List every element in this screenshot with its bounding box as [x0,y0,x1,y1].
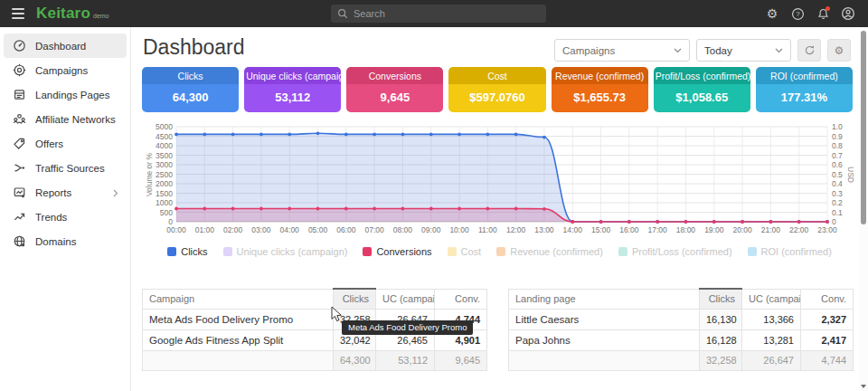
svg-text:19:00: 19:00 [704,225,724,234]
svg-text:11:00: 11:00 [478,225,497,234]
legend-label: Revenue (confirmed) [510,246,603,257]
legend-label: ROI (confirmed) [761,246,832,257]
legend-item-revenue-confirmed-[interactable]: Revenue (confirmed) [496,246,603,257]
stat-card-label: Profit/Loss (confirmed) [654,67,750,84]
svg-text:05:00: 05:00 [308,225,328,234]
svg-text:0.5: 0.5 [832,170,843,179]
dashboard-settings-button[interactable]: ⚙ [827,39,851,62]
date-range-select[interactable]: Today [696,39,791,62]
svg-text:USD: USD [846,167,855,183]
svg-text:22:00: 22:00 [789,225,809,234]
svg-text:3500: 3500 [156,151,173,160]
table-row[interactable]: Little Caesars16,13013,3662,327 [509,309,854,329]
svg-text:18:00: 18:00 [676,225,696,234]
legend-swatch [618,247,627,256]
row-name[interactable]: Google Ads Fitness App Split [143,329,334,350]
notifications-bell-icon[interactable] [816,6,830,21]
legend-item-conversions[interactable]: Conversions [363,246,431,257]
sidebar-item-label: Domains [35,236,76,247]
table-row[interactable]: Papa Johns16,12813,2812,417 [509,329,854,350]
chart-canvas: 00:0001:0002:0003:0004:0005:0006:0007:00… [142,120,857,240]
stat-card-label: ROI (confirmed) [756,67,853,84]
table-title-column-header[interactable]: Landing page [509,289,700,309]
legend-swatch [748,247,757,256]
stat-card-value: 177.31% [756,84,853,112]
svg-text:16:00: 16:00 [619,225,639,234]
row-value: 2,327 [801,309,854,329]
row-tooltip: Meta Ads Food Delivery Promo [342,320,473,335]
column-header-conv-[interactable]: Conv. [435,289,487,309]
refresh-button[interactable] [797,39,821,62]
column-header-clicks[interactable]: Clicks [700,289,742,309]
row-value: 13,366 [742,309,801,329]
stat-card-unique-clicks-campaign-: Unique clicks (campaign)53,112 [244,67,341,112]
column-header-conv-[interactable]: Conv. [801,289,854,309]
global-search[interactable] [331,5,546,23]
sidebar-item-domains[interactable]: Domains [4,229,127,253]
stat-card-conversions: Conversions9,645 [346,67,443,112]
stat-card-revenue-confirmed-: Revenue (confirmed)$1,655.73 [552,67,648,112]
page-scrollbar[interactable] [859,27,868,391]
svg-text:2000: 2000 [156,179,173,188]
search-input[interactable] [354,8,525,19]
sidebar-item-trends[interactable]: Trends [4,205,127,229]
user-avatar-icon[interactable] [841,6,855,21]
svg-text:500: 500 [160,208,173,217]
scrollbar-down-arrow[interactable] [861,385,866,388]
legend-item-clicks[interactable]: Clicks [167,246,207,257]
legend-item-cost[interactable]: Cost [448,246,482,257]
sidebar-item-label: Dashboard [35,41,86,52]
legend-item-profit-loss-confirmed-[interactable]: Profit/Loss (confirmed) [618,246,732,257]
row-name[interactable]: Little Caesars [509,309,700,329]
svg-text:0.8: 0.8 [832,141,843,150]
svg-text:2500: 2500 [156,170,173,179]
svg-text:21:00: 21:00 [761,225,781,234]
sidebar-item-affiliate-networks[interactable]: Affiliate Networks [4,107,127,131]
help-icon[interactable]: ? [790,6,805,21]
affiliate-icon [12,112,26,127]
row-name[interactable]: Meta Ads Food Delivery Promo [143,309,334,329]
svg-text:17:00: 17:00 [648,225,668,234]
svg-text:4000: 4000 [156,141,173,150]
stat-card-label: Conversions [346,67,443,84]
sidebar-item-label: Reports [35,187,71,198]
sidebar-item-dashboard[interactable]: Dashboard [4,33,127,58]
campaigns-filter-select[interactable]: Campaigns [554,39,690,62]
stat-card-label: Unique clicks (campaign) [244,67,341,84]
svg-text:0.7: 0.7 [832,151,843,160]
totals-value: 64,300 [334,350,376,370]
campaigns-icon [12,63,26,78]
sidebar: DashboardCampaignsLandings PagesAffiliat… [0,27,131,391]
svg-text:?: ? [796,10,800,18]
totals-value: 53,112 [376,350,435,370]
row-value: 16,128 [700,329,742,350]
svg-text:0.1: 0.1 [832,208,843,217]
legend-swatch [448,247,457,256]
svg-text:1.0: 1.0 [832,122,843,131]
table-title-column-header[interactable]: Campaign [143,289,334,309]
scrollbar-thumb[interactable] [861,31,866,224]
sidebar-item-landings-pages[interactable]: Landings Pages [4,82,127,107]
svg-text:4500: 4500 [156,132,173,141]
stat-card-value: $597.0760 [448,84,545,112]
sidebar-item-reports[interactable]: Reports [4,180,127,205]
legend-label: Cost [461,246,482,257]
row-name[interactable]: Papa Johns [509,329,700,350]
settings-icon[interactable]: ⚙ [765,6,779,21]
stat-card-cost: Cost$597.0760 [448,67,545,112]
sidebar-item-traffic-sources[interactable]: Traffic Sources [4,156,127,180]
traffic-chart: 00:0001:0002:0003:0004:0005:0006:0007:00… [142,120,857,240]
stat-card-profit-loss-confirmed-: Profit/Loss (confirmed)$1,058.65 [654,67,750,112]
sidebar-item-offers[interactable]: Offers [4,131,127,156]
chevron-right-icon [113,185,118,201]
sidebar-item-campaigns[interactable]: Campaigns [4,58,127,82]
legend-item-roi-confirmed-[interactable]: ROI (confirmed) [748,246,832,257]
legend-item-unique-clicks-campaign-[interactable]: Unique clicks (campaign) [223,246,348,257]
svg-text:03:00: 03:00 [251,225,271,234]
svg-text:0.3: 0.3 [832,189,843,198]
column-header-uc-campaign-[interactable]: UC (campaign) [742,289,801,309]
menu-toggle-icon[interactable] [5,0,32,27]
page-title: Dashboard [143,35,245,60]
column-header-uc-campaign-[interactable]: UC (campaign) [376,289,435,309]
landing-pages-table: Landing pageClicksUC (campaign)Conv.Litt… [508,288,853,371]
